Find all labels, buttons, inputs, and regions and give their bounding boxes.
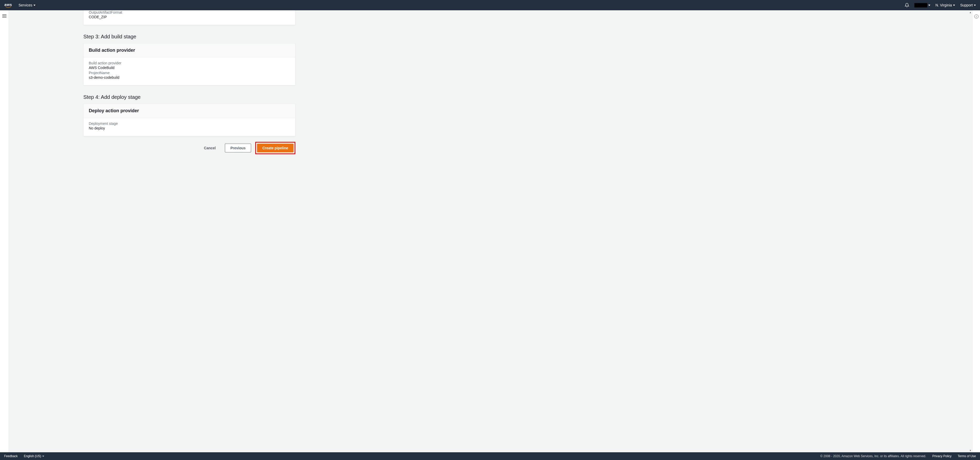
source-stage-card-remainder: OutputArtifactFormat CODE_ZIP [83, 10, 295, 25]
notifications-button[interactable] [905, 3, 909, 8]
footer-bar: Feedback English (US) © 2008 - 2020, Ama… [0, 452, 980, 460]
build-card-body: Build action provider AWS CodeBuild Proj… [84, 57, 295, 85]
aws-smile-icon [4, 6, 12, 8]
create-pipeline-button[interactable]: Create pipeline [257, 144, 294, 153]
scroll-down-arrow[interactable]: ▾ [969, 449, 972, 452]
top-navigation-bar: aws Services N. Virginia Support [0, 0, 980, 10]
main-content-scroll[interactable]: ▴ OutputArtifactFormat CODE_ZIP Step 3: … [9, 10, 972, 452]
step4-heading: Step 4: Add deploy stage [83, 94, 295, 100]
services-label: Services [19, 3, 32, 7]
copyright-text: © 2008 - 2020, Amazon Web Services, Inc.… [820, 454, 926, 458]
info-icon: i [974, 14, 978, 19]
support-label: Support [960, 3, 973, 7]
caret-down-icon [974, 5, 976, 6]
services-menu[interactable]: Services [19, 3, 35, 7]
aws-logo-text: aws [4, 3, 12, 6]
region-menu[interactable]: N. Virginia [935, 3, 955, 7]
footer-right-group: © 2008 - 2020, Amazon Web Services, Inc.… [820, 454, 976, 458]
bell-icon [905, 3, 909, 8]
deploy-card-body: Deployment stage No deploy [84, 118, 295, 136]
create-pipeline-highlight: Create pipeline [255, 142, 295, 154]
deploy-stage-card: Deploy action provider Deployment stage … [83, 104, 295, 136]
deploy-card-header: Deploy action provider [84, 104, 295, 118]
feedback-label: Feedback [4, 454, 18, 458]
caret-down-icon [928, 5, 930, 6]
caret-down-icon [42, 455, 44, 457]
topbar-right-group: N. Virginia Support [905, 3, 976, 8]
scroll-up-arrow[interactable]: ▴ [969, 11, 972, 14]
topbar-left-group: aws Services [4, 3, 35, 8]
content-wrapper: OutputArtifactFormat CODE_ZIP Step 3: Ad… [83, 10, 295, 164]
language-label: English (US) [24, 454, 41, 458]
aws-logo[interactable]: aws [4, 3, 12, 8]
main-layout: ▴ OutputArtifactFormat CODE_ZIP Step 3: … [0, 10, 980, 452]
account-name-redacted [915, 3, 927, 8]
project-name-value: s3-demo-codebuild [89, 75, 290, 80]
deploy-card-title: Deploy action provider [89, 108, 290, 113]
sidebar-toggle[interactable] [0, 10, 9, 452]
build-card-header: Build action provider [84, 43, 295, 57]
caret-down-icon [33, 5, 35, 6]
previous-button[interactable]: Previous [225, 144, 251, 153]
terms-label: Terms of Use [958, 454, 976, 458]
deploy-stage-label: Deployment stage [89, 121, 290, 126]
wizard-actions-row: Cancel Previous Create pipeline [83, 142, 295, 154]
region-label: N. Virginia [935, 3, 952, 7]
hamburger-icon [2, 14, 6, 18]
build-provider-value: AWS CodeBuild [89, 66, 290, 70]
terms-of-use-link[interactable]: Terms of Use [958, 454, 976, 458]
privacy-label: Privacy Policy [932, 454, 952, 458]
deploy-stage-value: No deploy [89, 126, 290, 130]
footer-left-group: Feedback English (US) [4, 454, 44, 458]
privacy-policy-link[interactable]: Privacy Policy [932, 454, 952, 458]
build-provider-label: Build action provider [89, 61, 290, 65]
feedback-link[interactable]: Feedback [4, 454, 18, 458]
build-stage-card: Build action provider Build action provi… [83, 43, 295, 86]
build-card-title: Build action provider [89, 48, 290, 53]
cancel-button[interactable]: Cancel [199, 144, 221, 152]
output-artifact-format-label: OutputArtifactFormat [89, 10, 290, 14]
support-menu[interactable]: Support [960, 3, 976, 7]
language-selector[interactable]: English (US) [24, 454, 44, 458]
step3-heading: Step 3: Add build stage [83, 34, 295, 40]
project-name-label: ProjectName [89, 71, 290, 75]
info-panel-toggle[interactable]: i [972, 10, 980, 452]
caret-down-icon [953, 5, 955, 6]
output-artifact-format-value: CODE_ZIP [89, 15, 290, 19]
account-menu[interactable] [915, 3, 930, 8]
